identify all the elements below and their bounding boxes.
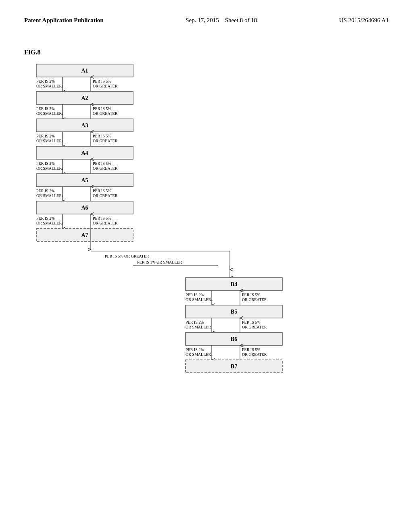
trans-a6a5-up-label: PER IS 5% — [93, 189, 111, 193]
trans-b5b4-up-label: PER IS 5% — [242, 293, 261, 297]
trans-a2a3-down-label: PER IS 2% — [36, 106, 55, 111]
trans-b7b6-up-label: PER IS 5% — [242, 347, 261, 352]
state-b6-label: B6 — [231, 336, 237, 342]
trans-b7b6-up-label2: OR GREATER — [242, 352, 267, 357]
trans-a6a7-down-label2: OR SMALLER↓ — [36, 221, 64, 225]
trans-a2a3-down-label2: OR SMALLER↓ — [36, 111, 64, 116]
trans-a6a7-down-label: PER IS 2% — [36, 216, 55, 220]
trans-a4a3-up-label2: OR GREATER — [93, 139, 118, 143]
state-b4-label: B4 — [231, 281, 237, 287]
trans-b6b5-up-label2: OR GREATER — [242, 325, 267, 329]
trans-a2a1-up-label: PER IS 5% — [93, 79, 111, 83]
trans-b5b6-down-label2: OR SMALLER↓ — [186, 325, 213, 329]
trans-a4a5-down-label: PER IS 2% — [36, 161, 55, 166]
page-content: FIG.8 A1 PER IS 2% OR SMALLER↓ — [0, 33, 413, 505]
trans-b5b4-up-label2: OR GREATER — [242, 297, 267, 302]
trans-a7a6-up-label: PER IS 5% — [93, 216, 111, 220]
trans-a3a4-down-label2: OR SMALLER↓ — [36, 139, 64, 143]
state-b5-label: B5 — [231, 309, 237, 315]
trans-b4b5-down-label2: OR SMALLER↓ — [186, 297, 213, 302]
state-b7-label: B7 — [231, 364, 237, 370]
trans-a7a6-up-label2: OR GREATER — [93, 221, 118, 225]
trans-a1a2-down-label: PER IS 2% — [36, 79, 55, 83]
trans-a3a2-up-label: PER IS 5% — [93, 106, 111, 111]
date: Sep. 17, 2015 — [186, 17, 219, 23]
publication-label: Patent Application Publication — [24, 16, 104, 25]
trans-a5a4-up-label2: OR GREATER — [93, 166, 118, 170]
trans-b6b7-down-label: PER IS 2% — [186, 347, 204, 352]
trans-a6a5-up-label2: OR GREATER — [93, 193, 118, 198]
trans-a3a2-up-label2: OR GREATER — [93, 111, 118, 116]
trans-a2a1-up-label2: OR GREATER — [93, 84, 118, 88]
diagram-svg: A1 PER IS 2% OR SMALLER↓ PER IS 5% OR GR… — [24, 64, 331, 487]
trans-b4b5-down-label: PER IS 2% — [186, 293, 204, 297]
state-a1-label: A1 — [81, 68, 88, 74]
state-a7-label: A7 — [81, 232, 88, 238]
state-a4-label: A4 — [81, 150, 88, 156]
figure-label: FIG.8 — [24, 49, 389, 56]
trans-a3a4-down-label: PER IS 2% — [36, 134, 55, 138]
trans-a5a6-down-label2: OR SMALLER↓ — [36, 193, 64, 198]
sheet-info: Sheet 8 of 18 — [225, 17, 257, 23]
state-a6-label: A6 — [81, 205, 88, 211]
trans-a7-1pct-label: PER IS 1% OR SMALLER — [137, 260, 182, 264]
trans-b6b5-up-label: PER IS 5% — [242, 320, 261, 324]
trans-b5b6-down-label: PER IS 2% — [186, 320, 204, 324]
state-a2-label: A2 — [81, 95, 88, 101]
trans-a5a6-down-label: PER IS 2% — [36, 189, 55, 193]
trans-a7-5pct-label: PER IS 5% OR GREATER — [105, 254, 149, 258]
patent-number: US 2015/264696 A1 — [339, 16, 389, 25]
state-a3-label: A3 — [81, 123, 88, 129]
trans-a5a4-up-label: PER IS 5% — [93, 161, 111, 166]
trans-a4a3-up-label: PER IS 5% — [93, 134, 111, 138]
date-sheet: Sep. 17, 2015 Sheet 8 of 18 — [186, 16, 257, 25]
state-a5-label: A5 — [81, 177, 88, 183]
page-header: Patent Application Publication Sep. 17, … — [0, 0, 413, 33]
trans-a4a5-down-label2: OR SMALLER↓ — [36, 166, 64, 170]
trans-b6b7-down-label2: OR SMALLER↓ — [186, 352, 213, 357]
trans-a1a2-down-label2: OR SMALLER↓ — [36, 84, 64, 88]
